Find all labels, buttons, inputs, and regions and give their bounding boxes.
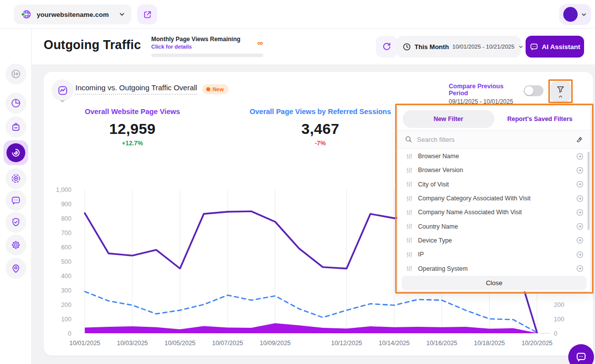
- filter-item-row[interactable]: Country Name: [398, 219, 591, 233]
- filter-apply-arrow-icon[interactable]: [576, 194, 584, 203]
- svg-text:10/12/2025: 10/12/2025: [331, 340, 362, 347]
- trend-chart-icon: [57, 85, 68, 96]
- chat-bubble-icon: [575, 351, 587, 363]
- svg-text:900: 900: [61, 201, 71, 208]
- filter-item-label: Operating System: [418, 265, 571, 272]
- svg-text:10/03/2025: 10/03/2025: [117, 340, 148, 347]
- compare-previous-period: Compare Previous Period 09/11/2025 - 10/…: [449, 83, 523, 105]
- svg-text:100: 100: [554, 316, 564, 323]
- ai-assistant-button[interactable]: AI Assistant: [526, 36, 584, 58]
- filter-apply-arrow-icon[interactable]: [576, 264, 584, 273]
- svg-text:0: 0: [554, 330, 557, 337]
- sidebar-item-locations[interactable]: [5, 258, 26, 279]
- infinity-icon: ∞: [257, 39, 263, 48]
- tab-new-filter[interactable]: New Filter: [403, 110, 494, 128]
- filter-item-row[interactable]: City of Visit: [398, 178, 591, 191]
- svg-text:10/20/2025: 10/20/2025: [522, 340, 553, 347]
- svg-text:200: 200: [554, 302, 564, 308]
- sidebar-item-traffic-active[interactable]: [3, 140, 28, 165]
- chevron-down-icon: [119, 11, 125, 18]
- svg-text:800: 800: [61, 215, 71, 222]
- filter-item-label: Browser Name: [418, 153, 571, 160]
- chevron-down-icon: [518, 44, 524, 50]
- sliders-icon: [406, 265, 413, 272]
- clock-icon: [403, 43, 411, 51]
- open-website-button[interactable]: [137, 4, 157, 24]
- filter-apply-arrow-icon[interactable]: [576, 222, 584, 231]
- chevron-up-icon: [558, 94, 563, 98]
- svg-text:0: 0: [68, 330, 71, 337]
- collapse-sidebar-button[interactable]: [5, 63, 26, 84]
- filter-item-row[interactable]: Device Type: [398, 234, 591, 247]
- filter-item-row[interactable]: Company Category Associated With Visit: [398, 191, 591, 205]
- tab-saved-filters[interactable]: Report's Saved Filters: [494, 110, 586, 128]
- filter-item-label: Company Category Associated With Visit: [418, 195, 571, 202]
- sidebar-item-dashboard[interactable]: [5, 93, 26, 114]
- metric-label: Overall Page Views by Referred Sessions: [246, 108, 395, 116]
- svg-text:10/07/2025: 10/07/2025: [212, 340, 243, 347]
- eraser-icon[interactable]: [575, 135, 584, 144]
- svg-text:10/14/2025: 10/14/2025: [379, 340, 410, 347]
- filter-apply-arrow-icon[interactable]: [576, 166, 584, 175]
- sliders-icon: [406, 209, 413, 216]
- filter-apply-arrow-icon[interactable]: [576, 208, 584, 217]
- sidebar-item-recordings[interactable]: [5, 168, 26, 189]
- search-icon: [405, 135, 413, 143]
- chevron-down-icon: [581, 11, 587, 18]
- filter-apply-arrow-icon[interactable]: [576, 152, 584, 161]
- filter-item-label: Company Name Associated With Visit: [418, 209, 571, 216]
- filter-item-row[interactable]: IP: [398, 247, 591, 261]
- external-link-icon: [143, 10, 152, 19]
- compare-label: Compare Previous Period: [449, 83, 523, 97]
- filter-apply-arrow-icon[interactable]: [576, 250, 584, 259]
- search-filters-input[interactable]: [417, 136, 571, 143]
- sidebar-item-messages[interactable]: [5, 190, 26, 211]
- svg-text:600: 600: [61, 244, 71, 251]
- new-badge: New: [202, 84, 229, 94]
- metric-referred-sessions: Overall Page Views by Referred Sessions …: [246, 108, 395, 147]
- svg-text:700: 700: [61, 230, 71, 237]
- funnel-icon: [556, 85, 565, 94]
- period-range: 10/01/2025 - 10/21/2025: [452, 44, 514, 50]
- svg-text:1,000: 1,000: [56, 186, 71, 193]
- filter-item-label: IP: [418, 251, 571, 258]
- user-menu[interactable]: [559, 4, 591, 25]
- filter-tabs: New Filter Report's Saved Filters: [403, 110, 586, 128]
- gear-icon: [10, 240, 21, 250]
- sliders-icon: [406, 167, 413, 174]
- filter-search-bar: [398, 130, 591, 149]
- filter-button[interactable]: [550, 81, 571, 102]
- metric-page-views: Overall Website Page Views 12,959 +12.7%: [73, 108, 192, 147]
- sidebar-item-security[interactable]: [5, 212, 26, 233]
- page-title: Outgoing Traffic: [44, 38, 141, 52]
- website-selector[interactable]: yourwebsitename.com: [14, 4, 131, 24]
- filter-apply-arrow-icon[interactable]: [576, 180, 584, 188]
- ai-assistant-label: AI Assistant: [542, 43, 581, 51]
- svg-text:10/01/2025: 10/01/2025: [69, 340, 101, 347]
- date-range-picker[interactable]: This Month 10/01/2025 - 10/21/2025: [397, 36, 521, 58]
- metric-label: Overall Website Page Views: [73, 108, 192, 116]
- lens-record-icon: [10, 173, 21, 184]
- metric-delta: +12.7%: [73, 140, 192, 147]
- scrollbar[interactable]: [588, 152, 590, 230]
- avatar: [563, 7, 578, 22]
- filter-item-row[interactable]: Operating System: [398, 261, 591, 275]
- map-pin-icon: [10, 263, 21, 274]
- filter-item-label: Country Name: [418, 223, 571, 230]
- quota-details-link[interactable]: Click for details: [151, 44, 192, 50]
- sidebar-item-settings[interactable]: [5, 235, 26, 255]
- svg-text:500: 500: [61, 258, 71, 265]
- filter-item-row[interactable]: Browser Name: [398, 149, 591, 163]
- sliders-icon: [406, 223, 413, 230]
- compare-toggle[interactable]: [524, 85, 543, 96]
- filter-apply-arrow-icon[interactable]: [576, 236, 584, 244]
- quota-progress-bar: [151, 54, 263, 57]
- refresh-button[interactable]: [376, 36, 398, 58]
- website-logo-icon: [20, 8, 32, 20]
- filter-item-row[interactable]: Browser Version: [398, 163, 591, 177]
- period-label: This Month: [415, 43, 449, 51]
- close-button[interactable]: Close: [402, 276, 587, 290]
- sidebar-item-store[interactable]: [5, 117, 26, 137]
- shield-check-icon: [10, 217, 21, 228]
- filter-item-row[interactable]: Company Name Associated With Visit: [398, 205, 591, 219]
